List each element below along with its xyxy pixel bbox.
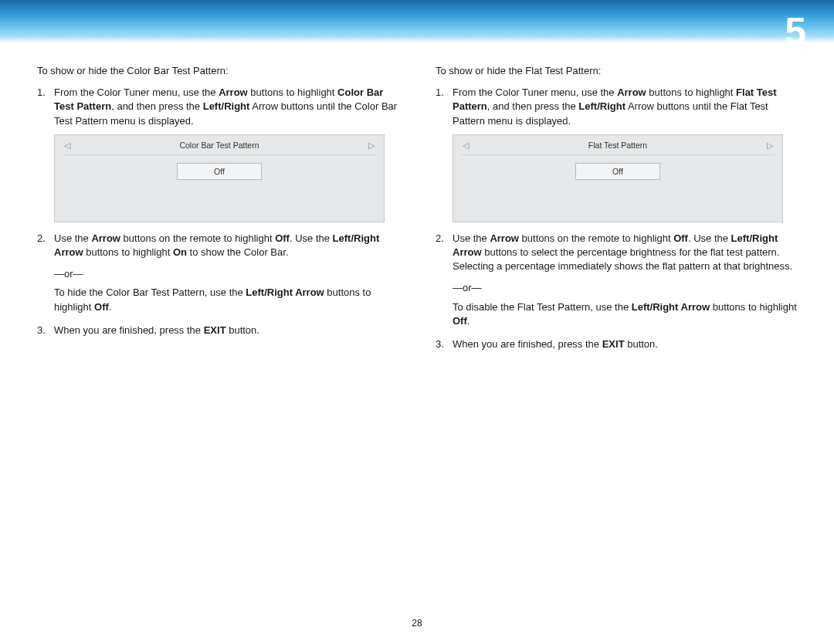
menu-title: Flat Test Pattern xyxy=(470,140,765,151)
color-bar-menu-panel: ◁ Color Bar Test Pattern ▷ Off xyxy=(54,134,385,222)
bold: Off xyxy=(275,232,290,244)
chapter-number: 5 xyxy=(785,5,806,59)
text: buttons on the remote to highlight xyxy=(519,232,673,244)
text: buttons to select the percentage brightn… xyxy=(453,246,792,272)
bold: Off xyxy=(453,315,467,327)
bold: On xyxy=(173,246,187,258)
right-step-1: From the Color Tuner menu, use the Arrow… xyxy=(436,86,797,222)
menu-title-row: ◁ Color Bar Test Pattern ▷ xyxy=(63,140,376,155)
text: buttons to highlight xyxy=(248,86,337,98)
right-column: To show or hide the Flat Test Pattern: F… xyxy=(436,64,797,361)
text: From the Color Tuner menu, use the xyxy=(54,86,219,98)
menu-title-row: ◁ Flat Test Pattern ▷ xyxy=(461,140,775,155)
text: button. xyxy=(226,324,259,336)
text: . xyxy=(109,301,112,313)
bold: Left/Right Arrow xyxy=(246,286,324,298)
bold: Arrow xyxy=(219,86,248,98)
bold: Left/Right Arrow xyxy=(632,301,710,313)
arrow-right-icon: ▷ xyxy=(367,140,376,151)
text: , and then press the xyxy=(111,100,203,112)
text: . Use the xyxy=(290,232,333,244)
text: buttons to highlight xyxy=(83,246,173,258)
arrow-left-icon: ◁ xyxy=(63,140,72,151)
text: . xyxy=(467,315,470,327)
right-step-3: When you are finished, press the EXIT bu… xyxy=(436,337,797,351)
menu-title: Color Bar Test Pattern xyxy=(72,140,367,151)
text: Use the xyxy=(54,232,91,244)
or-separator: —or— xyxy=(54,267,398,281)
right-step-2: Use the Arrow buttons on the remote to h… xyxy=(436,232,797,328)
left-column: To show or hide the Color Bar Test Patte… xyxy=(37,64,398,361)
text: buttons on the remote to highlight xyxy=(120,232,275,244)
chapter-header: 5 xyxy=(0,0,834,42)
flat-pattern-menu-panel: ◁ Flat Test Pattern ▷ Off xyxy=(453,134,783,222)
menu-value-box: Off xyxy=(177,163,262,180)
text-block: Use the Arrow buttons on the remote to h… xyxy=(54,232,398,259)
text: To disable the Flat Test Pattern, use th… xyxy=(453,301,632,313)
right-intro: To show or hide the Flat Test Pattern: xyxy=(436,64,797,78)
right-steps: From the Color Tuner menu, use the Arrow… xyxy=(436,86,797,351)
bold: EXIT xyxy=(602,338,625,350)
menu-value-box: Off xyxy=(575,163,660,180)
bold: Off xyxy=(94,301,109,313)
text-block: To disable the Flat Test Pattern, use th… xyxy=(453,300,797,328)
left-step-1: From the Color Tuner menu, use the Arrow… xyxy=(37,86,398,222)
text: buttons to highlight xyxy=(646,86,736,98)
bold: Off xyxy=(673,232,688,244)
bold: Left/Right xyxy=(203,100,250,112)
text: button. xyxy=(625,338,658,350)
text: When you are finished, press the xyxy=(453,338,602,350)
text: , and then press the xyxy=(487,100,579,112)
bold: Arrow xyxy=(91,232,120,244)
text: to show the Color Bar. xyxy=(187,246,289,258)
text: buttons to highlight xyxy=(710,301,797,313)
text: From the Color Tuner menu, use the xyxy=(453,86,617,98)
page-number: 28 xyxy=(0,617,834,630)
text-block: To hide the Color Bar Test Pattern, use … xyxy=(54,286,398,314)
or-separator: —or— xyxy=(453,281,797,295)
left-steps: From the Color Tuner menu, use the Arrow… xyxy=(37,86,398,337)
bold: EXIT xyxy=(204,324,226,336)
text: . Use the xyxy=(688,232,731,244)
page-body: To show or hide the Color Bar Test Patte… xyxy=(0,42,834,361)
bold: Left/Right xyxy=(578,100,626,112)
text-block: Use the Arrow buttons on the remote to h… xyxy=(453,232,797,274)
left-step-3: When you are finished, press the EXIT bu… xyxy=(37,324,398,337)
left-step-2: Use the Arrow buttons on the remote to h… xyxy=(37,232,398,314)
bold: Arrow xyxy=(617,86,646,98)
arrow-right-icon: ▷ xyxy=(765,140,775,151)
text: Use the xyxy=(453,232,490,244)
bold: Arrow xyxy=(490,232,519,244)
text: To hide the Color Bar Test Pattern, use … xyxy=(54,286,246,298)
arrow-left-icon: ◁ xyxy=(461,140,470,151)
left-intro: To show or hide the Color Bar Test Patte… xyxy=(37,64,398,78)
text: When you are finished, press the xyxy=(54,324,204,336)
